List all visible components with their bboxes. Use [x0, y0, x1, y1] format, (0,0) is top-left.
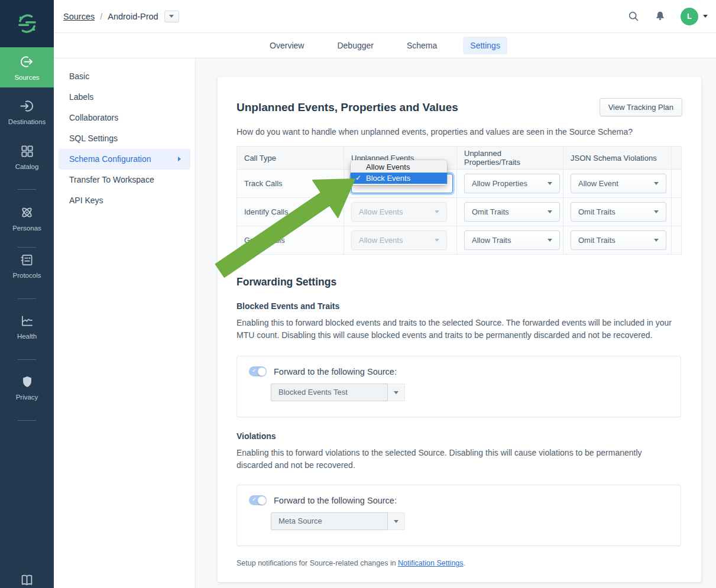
bell-icon[interactable]	[654, 10, 666, 22]
grid-icon	[20, 144, 35, 159]
notification-settings-link[interactable]: Notification Settings	[398, 559, 463, 567]
chevron-down-icon	[654, 239, 659, 242]
search-icon[interactable]	[627, 10, 640, 22]
json-violations-select[interactable]: Omit Traits	[571, 202, 666, 222]
select-value: Allow Properties	[472, 179, 527, 188]
sidebar-divider	[18, 359, 36, 360]
subnav-item-sql-settings[interactable]: SQL Settings	[59, 128, 190, 149]
avatar[interactable]: L	[681, 8, 698, 25]
select-value: Blocked Events Test	[271, 384, 388, 401]
unplanned-handling-table: Call Type Unplanned Events Unplanned Pro…	[236, 146, 682, 255]
source-switcher-button[interactable]	[164, 11, 179, 22]
view-tracking-plan-button[interactable]: View Tracking Plan	[600, 98, 682, 116]
unplanned-properties-select[interactable]: Allow Traits	[464, 230, 560, 250]
blocked-events-heading: Blocked Events and Traits	[236, 301, 682, 311]
sidebar-item-protocols[interactable]: Protocols	[0, 252, 54, 279]
book-icon	[19, 572, 35, 588]
toggle-row: ✓ Forward to the following Source:	[249, 366, 681, 376]
sidebar-item-docs[interactable]	[0, 572, 54, 588]
sidebar-item-personas[interactable]: Personas	[0, 204, 54, 232]
unplanned-events-dropdown-menu: Allow Events ✓ Block Events	[351, 160, 447, 185]
sidebar-item-catalog[interactable]: Catalog	[0, 144, 54, 170]
select-value: Allow Events	[359, 207, 403, 216]
topbar: Sources / Android-Prod L	[54, 0, 716, 33]
sidebar-divider	[18, 189, 36, 190]
violations-forward-card: ✓ Forward to the following Source: Meta …	[236, 485, 681, 546]
col-json-schema-violations: JSON Schema Violations	[563, 147, 672, 170]
json-violations-select[interactable]: Omit Traits	[571, 230, 666, 250]
check-icon: ✓	[252, 367, 257, 373]
violations-description: Enabling this to forward violations to t…	[236, 447, 674, 472]
tab-debugger[interactable]: Debugger	[330, 37, 381, 54]
chevron-down-icon	[654, 182, 659, 185]
select-value: Allow Events	[359, 236, 403, 245]
sidebar-item-sources[interactable]: Sources	[0, 47, 54, 87]
unplanned-events-select[interactable]: Allow Events	[351, 202, 447, 222]
topbar-actions: L	[627, 0, 708, 33]
select-caret[interactable]	[388, 512, 405, 530]
select-value: Omit Traits	[578, 236, 615, 245]
sidebar-item-label: Protocols	[13, 272, 41, 279]
section-description: How do you want to handle when unplanned…	[236, 127, 682, 137]
breadcrumb: Sources / Android-Prod	[63, 0, 179, 33]
tab-overview[interactable]: Overview	[263, 37, 311, 54]
subnav-item-collaborators[interactable]: Collaborators	[59, 108, 190, 128]
segment-logo-icon	[15, 12, 39, 35]
subnav-item-basic[interactable]: Basic	[59, 66, 190, 87]
tab-settings[interactable]: Settings	[463, 37, 507, 54]
sidebar-item-label: Catalog	[15, 163, 39, 170]
source-out-icon	[19, 54, 35, 70]
json-violations-select[interactable]: Allow Event	[571, 174, 666, 193]
chevron-down-icon	[703, 15, 708, 18]
card-header: Unplanned Events, Properties and Values …	[236, 77, 682, 116]
violations-heading: Violations	[236, 431, 682, 441]
col-call-type: Call Type	[237, 147, 344, 170]
sidebar-item-privacy[interactable]: Privacy	[0, 374, 54, 401]
subnav-item-schema-configuration[interactable]: Schema Configuration	[59, 149, 190, 170]
schema-configuration-panel: Unplanned Events, Properties and Values …	[218, 77, 701, 582]
chevron-down-icon	[394, 520, 399, 523]
tab-schema[interactable]: Schema	[400, 37, 444, 54]
sidebar-item-health[interactable]: Health	[0, 313, 54, 340]
call-type-cell: Track Calls	[237, 170, 344, 198]
breadcrumb-sources-link[interactable]: Sources	[63, 12, 95, 21]
forward-blocked-toggle[interactable]: ✓	[249, 366, 267, 376]
properties-cell: Allow Properties	[457, 170, 563, 198]
shield-icon	[20, 374, 35, 389]
chevron-right-icon	[178, 157, 181, 161]
unplanned-properties-select[interactable]: Omit Traits	[464, 202, 560, 222]
unplanned-properties-select[interactable]: Allow Properties	[464, 174, 560, 193]
user-menu[interactable]: L	[681, 8, 708, 25]
subnav-item-labels[interactable]: Labels	[59, 87, 190, 108]
sidebar-item-destinations[interactable]: Destinations	[0, 98, 54, 125]
col-spacer	[672, 147, 682, 170]
blocked-source-select[interactable]: Blocked Events Test	[271, 384, 405, 401]
note-suffix: .	[464, 559, 465, 567]
unplanned-events-select[interactable]: Allow Events	[351, 230, 447, 250]
violations-source-select[interactable]: Meta Source	[271, 512, 405, 530]
breadcrumb-current: Android-Prod	[108, 12, 158, 21]
properties-cell: Omit Traits	[457, 198, 563, 226]
select-caret[interactable]	[388, 384, 405, 401]
menu-option-block-events[interactable]: ✓ Block Events	[351, 173, 447, 184]
segment-logo[interactable]	[0, 0, 54, 47]
forward-violations-toggle[interactable]: ✓	[249, 495, 267, 505]
source-tabs: Overview Debugger Schema Settings	[54, 33, 716, 59]
check-icon: ✓	[252, 496, 257, 502]
toggle-row: ✓ Forward to the following Source:	[249, 495, 681, 505]
menu-option-allow-events[interactable]: Allow Events	[351, 161, 447, 173]
subnav-item-api-keys[interactable]: API Keys	[59, 190, 190, 211]
subnav-item-transfer-to-workspace[interactable]: Transfer To Workspace	[59, 170, 190, 190]
chevron-down-icon	[169, 15, 174, 18]
sidebar-divider	[18, 247, 36, 248]
chevron-down-icon	[435, 239, 439, 242]
chevron-down-icon	[435, 210, 439, 213]
chart-icon	[20, 313, 35, 329]
chevron-down-icon	[547, 239, 552, 242]
select-value: Allow Traits	[472, 236, 511, 245]
properties-cell: Allow Traits	[457, 226, 563, 255]
page-title: Unplanned Events, Properties and Values	[236, 101, 458, 114]
call-type-cell: Group Calls	[237, 226, 344, 255]
unplanned-events-cell: Allow Events	[344, 198, 457, 226]
note-text: Setup notifications for Source-related c…	[236, 559, 398, 567]
